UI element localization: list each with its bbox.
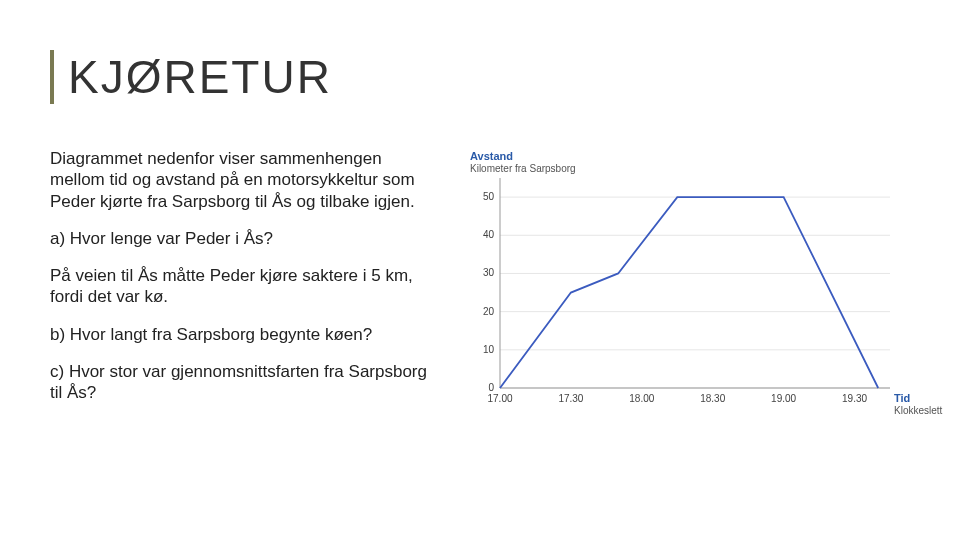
- y-tick-label: 30: [483, 267, 495, 278]
- y-tick-label: 0: [488, 382, 494, 393]
- y-tick-label: 40: [483, 229, 495, 240]
- y-axis-subtitle: Kilometer fra Sarpsborg: [470, 163, 576, 174]
- x-tick-label: 19.30: [842, 393, 867, 404]
- x-tick-label: 17.00: [487, 393, 512, 404]
- x-tick-label: 19.00: [771, 393, 796, 404]
- x-tick-label: 18.00: [629, 393, 654, 404]
- y-tick-label: 10: [483, 344, 495, 355]
- question-c: c) Hvor stor var gjennomsnittsfarten fra…: [50, 361, 430, 404]
- y-tick-label: 50: [483, 191, 495, 202]
- question-a: a) Hvor lenge var Peder i Ås?: [50, 228, 430, 249]
- x-tick-label: 18.30: [700, 393, 725, 404]
- question-b: b) Hvor langt fra Sarpsborg begynte køen…: [50, 324, 430, 345]
- x-axis-title: Tid: [894, 392, 910, 404]
- x-tick-label: 17.30: [558, 393, 583, 404]
- title-bar: KJØRETUR: [50, 50, 920, 104]
- context-paragraph: På veien til Ås måtte Peder kjøre sakter…: [50, 265, 430, 308]
- page-title: KJØRETUR: [68, 50, 920, 104]
- content-row: Diagrammet nedenfor viser sammenhengen m…: [50, 148, 920, 432]
- chart-column: AvstandKilometer fra Sarpsborg0102030405…: [460, 148, 920, 432]
- x-axis-subtitle: Klokkeslett: [894, 405, 943, 416]
- data-line: [500, 197, 878, 388]
- y-tick-label: 20: [483, 306, 495, 317]
- y-axis-title: Avstand: [470, 150, 513, 162]
- chart-figure: AvstandKilometer fra Sarpsborg0102030405…: [460, 148, 920, 428]
- intro-paragraph: Diagrammet nedenfor viser sammenhengen m…: [50, 148, 430, 212]
- text-column: Diagrammet nedenfor viser sammenhengen m…: [50, 148, 430, 432]
